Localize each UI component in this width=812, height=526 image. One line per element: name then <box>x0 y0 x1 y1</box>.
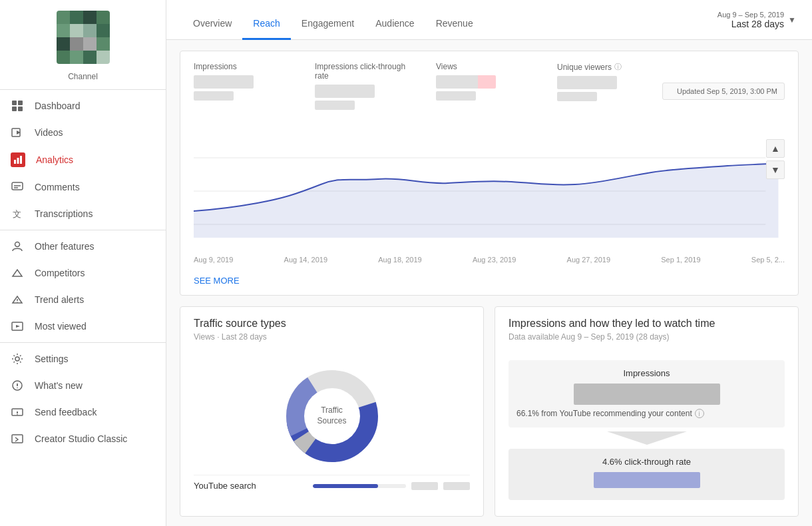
stat-ctr: Impressions click-through rate <box>315 62 409 113</box>
funnel-arrow-svg <box>580 431 713 445</box>
reach-chart <box>194 131 785 251</box>
stat-impressions-label: Impressions <box>194 62 288 71</box>
sidebar-item-competitors[interactable]: Competitors <box>0 260 166 286</box>
send-feedback-icon <box>11 405 24 419</box>
traffic-card-title: Traffic source types <box>194 318 470 330</box>
sidebar-item-send-feedback[interactable]: Send feedback <box>0 399 166 425</box>
sidebar-item-label: Trend alerts <box>35 294 84 305</box>
traffic-row-youtube-search: YouTube search <box>194 475 470 496</box>
sidebar-item-most-viewed[interactable]: Most viewed <box>0 313 166 340</box>
tab-overview[interactable]: Overview <box>182 18 242 40</box>
svg-point-17 <box>17 302 17 302</box>
sidebar-item-creator-studio[interactable]: Creator Studio Classic <box>0 425 166 452</box>
traffic-bar-group <box>313 482 470 490</box>
recommend-info-icon: i <box>695 409 704 418</box>
other-features-icon <box>11 240 24 253</box>
stats-header: Impressions Impressions click-through ra… <box>194 62 785 121</box>
svg-text:文: 文 <box>13 209 21 219</box>
stats-row: Impressions Impressions click-through ra… <box>194 62 652 121</box>
sidebar-item-trend-alerts[interactable]: Trend alerts <box>0 286 166 313</box>
svg-rect-7 <box>17 158 19 164</box>
tab-engagement[interactable]: Engagement <box>291 18 365 40</box>
sidebar-item-label: Creator Studio Classic <box>35 433 127 444</box>
sidebar-item-label: Analytics <box>36 154 73 165</box>
stat-views-sub <box>436 91 476 101</box>
bottom-cards: Traffic source types Views · Last 28 day… <box>180 306 799 517</box>
sidebar-item-label: Settings <box>35 354 69 364</box>
sidebar-item-other-features[interactable]: Other features <box>0 233 166 260</box>
creator-studio-icon <box>11 432 24 445</box>
sidebar-item-settings[interactable]: Settings <box>0 346 166 372</box>
funnel-impressions-section: Impressions 66.1% from YouTube recommend… <box>508 360 785 427</box>
donut-chart: Traffic Sources <box>279 363 385 469</box>
most-viewed-icon <box>11 320 24 333</box>
sidebar-divider-2 <box>0 230 166 230</box>
stat-unique-viewers-value <box>557 76 617 89</box>
funnel-ctr-section: 4.6% click-through rate <box>508 449 785 500</box>
chart-x-labels: Aug 9, 2019 Aug 14, 2019 Aug 18, 2019 Au… <box>194 253 785 269</box>
sidebar-item-comments[interactable]: Comments <box>0 174 166 200</box>
chart-label-5: Sep 1, 2019 <box>661 256 700 264</box>
chart-label-1: Aug 14, 2019 <box>284 256 327 264</box>
date-range-value: Last 28 days <box>717 19 784 29</box>
tab-audience[interactable]: Audience <box>365 18 425 40</box>
sidebar: Channel Dashboard Videos Analytics Comme… <box>0 0 166 526</box>
stat-ctr-value <box>315 85 375 98</box>
chart-scroll-down-btn[interactable]: ▼ <box>766 160 785 179</box>
chart-label-6: Sep 5, 2... <box>751 256 785 264</box>
sidebar-item-analytics[interactable]: Analytics <box>0 146 166 174</box>
comments-icon <box>11 180 24 194</box>
svg-rect-8 <box>20 156 22 164</box>
sidebar-item-label: Send feedback <box>35 407 97 417</box>
sidebar-item-label: Transcriptions <box>35 208 93 219</box>
tabs: Overview Reach Engagement Audience Reven… <box>182 0 484 39</box>
svg-rect-6 <box>14 160 16 164</box>
tab-reach[interactable]: Reach <box>242 18 290 40</box>
sidebar-item-whats-new[interactable]: What's new <box>0 372 166 399</box>
avatar-mosaic <box>57 11 110 64</box>
date-range-selector[interactable]: Aug 9 – Sep 5, 2019 Last 28 days ▼ <box>717 11 796 29</box>
stat-views-value <box>436 75 496 89</box>
chart-scroll-up-btn[interactable]: ▲ <box>766 139 785 158</box>
svg-rect-2 <box>12 107 17 111</box>
traffic-bar-container <box>313 484 406 488</box>
funnel-ctr-bar-row <box>516 472 777 488</box>
stat-unique-viewers-label: Unique viewers ⓘ <box>557 62 652 72</box>
stat-unique-viewers-sub <box>557 92 597 101</box>
stat-unique-viewers: Unique viewers ⓘ <box>557 62 652 104</box>
transcriptions-icon: 文 <box>11 207 24 220</box>
tab-revenue[interactable]: Revenue <box>425 18 484 40</box>
sidebar-item-videos[interactable]: Videos <box>0 119 166 146</box>
svg-point-26 <box>17 414 18 415</box>
unique-viewers-info-icon: ⓘ <box>614 62 622 72</box>
svg-point-20 <box>15 357 19 361</box>
traffic-source-card: Traffic source types Views · Last 28 day… <box>180 306 484 517</box>
funnel-impressions-bar-row <box>516 384 777 405</box>
traffic-card-subtitle: Views · Last 28 days <box>194 332 470 342</box>
sidebar-item-label: Videos <box>35 127 63 138</box>
stat-views: Views <box>436 62 530 103</box>
sidebar-item-dashboard[interactable]: Dashboard <box>0 93 166 119</box>
videos-icon <box>11 126 24 139</box>
funnel-impressions-label: Impressions <box>516 368 777 378</box>
funnel-card-subtitle: Data available Aug 9 – Sep 5, 2019 (28 d… <box>508 332 785 342</box>
page-content: Impressions Impressions click-through ra… <box>166 40 812 526</box>
date-range-chevron-icon: ▼ <box>788 15 796 25</box>
stat-impressions-sub <box>194 91 234 101</box>
stat-impressions: Impressions <box>194 62 288 103</box>
sidebar-item-label: Competitors <box>35 268 85 278</box>
donut-label: Traffic Sources <box>317 405 346 426</box>
channel-avatar <box>0 0 166 69</box>
sidebar-item-transcriptions[interactable]: 文 Transcriptions <box>0 200 166 227</box>
svg-rect-0 <box>12 101 17 105</box>
funnel-arrow <box>508 431 785 445</box>
main-content: Overview Reach Engagement Audience Reven… <box>166 0 812 526</box>
funnel-card-title: Impressions and how they led to watch ti… <box>508 318 785 330</box>
see-more-button[interactable]: SEE MORE <box>194 269 785 295</box>
stat-impressions-value <box>194 75 254 89</box>
traffic-bar <box>313 484 378 488</box>
svg-point-13 <box>15 242 20 247</box>
traffic-val-2 <box>443 482 470 490</box>
sidebar-divider-3 <box>0 342 166 343</box>
funnel-container: Impressions 66.1% from YouTube recommend… <box>508 352 785 505</box>
